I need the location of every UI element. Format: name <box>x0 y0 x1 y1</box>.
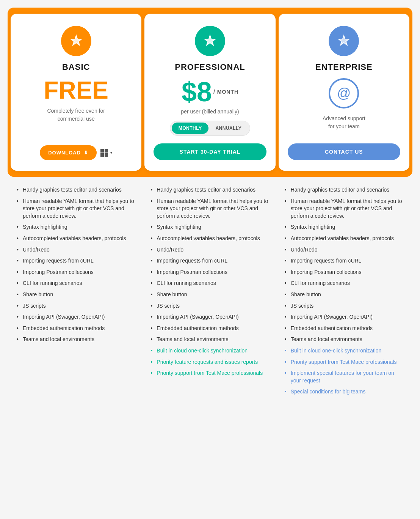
list-item: Share button <box>17 289 135 300</box>
list-item: Handy graphics tests editor and scenario… <box>17 184 135 196</box>
list-item: Autocompleted variables headers, protoco… <box>17 233 135 244</box>
basic-price: FREE <box>44 78 108 102</box>
monthly-toggle[interactable]: MONTHLY <box>172 123 209 134</box>
list-item: Human readable YAML format that helps yo… <box>285 196 403 222</box>
professional-plan-name: PROFESSIONAL <box>175 62 245 72</box>
enterprise-description: Advanced supportfor your team <box>323 115 365 131</box>
list-item: Teams and local environments <box>285 334 403 345</box>
enterprise-features: Handy graphics tests editor and scenario… <box>279 184 409 398</box>
billing-toggle: MONTHLY ANNUALLY <box>170 121 251 136</box>
list-item: Syntax highlighting <box>285 222 403 233</box>
list-item-highlight-blue: Implement special features for your team… <box>285 368 403 386</box>
list-item: Importing API (Swagger, OpenAPI) <box>285 311 403 323</box>
list-item-highlight: Priority feature requests and issues rep… <box>150 357 269 368</box>
list-item: Importing Postman collections <box>17 267 135 278</box>
list-item: Teams and local environments <box>17 334 135 345</box>
features-row: Handy graphics tests editor and scenario… <box>8 177 412 405</box>
list-item: Importing API (Swagger, OpenAPI) <box>150 311 269 323</box>
cards-row: BASIC FREE Completely free even forcomme… <box>8 8 412 177</box>
list-item: Human readable YAML format that helps yo… <box>17 196 135 222</box>
professional-price-billed: per user (billed annually) <box>181 109 239 115</box>
list-item: Importing requests from cURL <box>285 255 403 267</box>
list-item: Syntax highlighting <box>150 222 269 233</box>
list-item: Importing requests from cURL <box>150 255 269 267</box>
list-item: Syntax highlighting <box>17 222 135 233</box>
professional-icon <box>195 26 225 56</box>
list-item: JS scripts <box>150 300 269 312</box>
download-area: DOWNLOAD ⬇ ▾ <box>40 145 112 160</box>
list-item: Autocompleted variables headers, protoco… <box>150 233 269 244</box>
professional-price-row: $8 / MONTH <box>182 78 238 105</box>
list-item: CLI for running scenarios <box>285 278 403 289</box>
basic-description: Completely free even forcommercial use <box>47 107 105 123</box>
windows-icon <box>100 149 108 157</box>
enterprise-card: ENTERPRISE @ Advanced supportfor your te… <box>279 14 409 171</box>
chevron-down-icon: ▾ <box>110 151 112 155</box>
annually-toggle[interactable]: ANNUALLY <box>208 123 248 134</box>
windows-selector[interactable]: ▾ <box>100 149 112 157</box>
pricing-page: BASIC FREE Completely free even forcomme… <box>8 8 412 405</box>
professional-card: PROFESSIONAL $8 / MONTH per user (billed… <box>144 14 275 171</box>
list-item: CLI for running scenarios <box>150 278 269 289</box>
list-item: Share button <box>150 289 269 300</box>
list-item: Autocompleted variables headers, protoco… <box>285 233 403 244</box>
list-item: JS scripts <box>17 300 135 312</box>
list-item: Embedded authentication methods <box>17 323 135 334</box>
list-item-highlight-blue: Priority support from Test Mace professi… <box>285 357 403 368</box>
list-item: Undo/Redo <box>17 244 135 256</box>
list-item: Embedded authentication methods <box>150 323 269 334</box>
list-item: Importing Postman collections <box>285 267 403 278</box>
list-item: Importing Postman collections <box>150 267 269 278</box>
list-item-highlight-blue: Built in cloud one-click synchronization <box>285 345 403 357</box>
enterprise-features-list: Handy graphics tests editor and scenario… <box>285 184 403 398</box>
list-item: Embedded authentication methods <box>285 323 403 334</box>
enterprise-icon <box>329 26 359 56</box>
professional-price-period: / MONTH <box>213 89 238 95</box>
basic-icon <box>61 26 91 56</box>
list-item-highlight: Priority support from Test Mace professi… <box>150 368 269 379</box>
enterprise-plan-name: ENTERPRISE <box>315 62 373 72</box>
list-item: Handy graphics tests editor and scenario… <box>150 184 269 196</box>
enterprise-email-area: @ <box>329 78 359 109</box>
basic-features: Handy graphics tests editor and scenario… <box>11 184 141 398</box>
list-item: Handy graphics tests editor and scenario… <box>285 184 403 196</box>
list-item: Importing API (Swagger, OpenAPI) <box>17 311 135 323</box>
list-item: Undo/Redo <box>150 244 269 256</box>
list-item-highlight: Built in cloud one-click synchronization <box>150 345 269 357</box>
trial-button[interactable]: START 30-DAY TRIAL <box>154 143 266 160</box>
list-item: Undo/Redo <box>285 244 403 256</box>
basic-plan-name: BASIC <box>62 62 90 72</box>
basic-card: BASIC FREE Completely free even forcomme… <box>11 14 141 171</box>
download-label: DOWNLOAD <box>48 150 81 156</box>
contact-button[interactable]: CONTACT US <box>288 143 400 160</box>
list-item: JS scripts <box>285 300 403 312</box>
list-item: CLI for running scenarios <box>17 278 135 289</box>
basic-features-list: Handy graphics tests editor and scenario… <box>17 184 135 345</box>
list-item: Share button <box>285 289 403 300</box>
professional-features: Handy graphics tests editor and scenario… <box>144 184 275 398</box>
list-item: Importing requests from cURL <box>17 255 135 267</box>
professional-price-amount: $8 <box>182 78 212 105</box>
list-item-highlight-blue: Special conditions for big teams <box>285 386 403 398</box>
professional-features-list: Handy graphics tests editor and scenario… <box>150 184 269 379</box>
download-button[interactable]: DOWNLOAD ⬇ <box>40 145 97 160</box>
list-item: Teams and local environments <box>150 334 269 345</box>
download-icon: ⬇ <box>84 150 88 156</box>
email-at-icon: @ <box>329 78 359 109</box>
list-item: Human readable YAML format that helps yo… <box>150 196 269 222</box>
